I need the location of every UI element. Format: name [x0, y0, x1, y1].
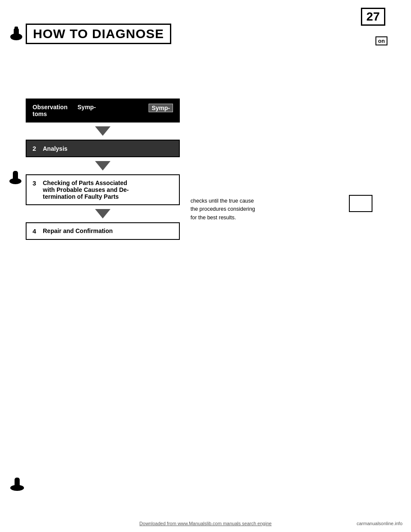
side-text-line2: the procedures considering [191, 206, 255, 212]
side-text-line1: checks until the true cause [191, 198, 254, 204]
box2-title: Analysis [43, 145, 68, 152]
box3-title: Checking of Parts Associatedwith Probabl… [43, 179, 129, 200]
side-text: checks until the true cause the procedur… [191, 197, 270, 222]
side-text-line3: for the best results. [191, 215, 236, 221]
page-title: HOW TO DIAGNOSE [26, 24, 171, 44]
box1-left-text: Observation Symp-toms [33, 104, 96, 117]
svg-rect-6 [15, 478, 20, 489]
box3-number: 3 [33, 179, 39, 187]
arrow-2 [26, 157, 180, 174]
box2-number: 2 [33, 145, 39, 152]
footer-download-link[interactable]: Downloaded from www.Manualslib.com manua… [140, 521, 272, 526]
label-on: on [375, 36, 387, 45]
tool-icon-bottom-left [9, 476, 26, 491]
flowchart: Observation Symp-toms Symp- 2 Analysis 3… [26, 99, 180, 240]
flow-box-4: 4 Repair and Confirmation [26, 222, 180, 240]
footer-site-link[interactable]: carmanualsonline.info [357, 521, 402, 526]
arrow-3 [26, 205, 180, 222]
flow-box-2: 2 Analysis [26, 140, 180, 157]
box4-title: Repair and Confirmation [43, 227, 113, 234]
tool-icon-mid-left [8, 169, 23, 185]
flow-box-3: 3 Checking of Parts Associatedwith Proba… [26, 174, 180, 205]
arrow-down-3 [95, 209, 110, 218]
page-container: 27 HOW TO DIAGNOSE on Observation Symp-t… [0, 0, 411, 532]
tool-icon-top-left [9, 26, 24, 41]
page-number: 27 [361, 8, 385, 26]
arrow-down-2 [95, 161, 110, 170]
svg-rect-2 [15, 27, 18, 30]
small-rectangle [349, 195, 372, 212]
box4-number: 4 [33, 227, 39, 235]
arrow-down-1 [95, 126, 110, 136]
arrow-1 [26, 123, 180, 140]
svg-rect-4 [13, 171, 18, 182]
flow-box-1: Observation Symp-toms Symp- [26, 99, 180, 123]
box1-right-label: Symp- [149, 104, 173, 112]
